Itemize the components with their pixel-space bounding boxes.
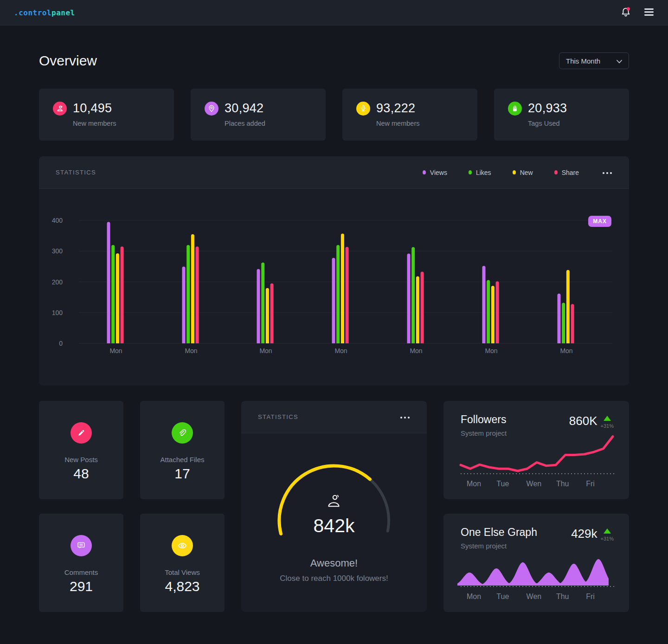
gauge-statistics-card: STATISTICS 842k Awesome! [241,401,427,612]
svg-text:Thu: Thu [556,592,569,600]
notifications-button[interactable] [620,6,632,19]
navbar: .controlpanel [0,0,668,26]
person-icon [53,102,67,116]
svg-text:400: 400 [52,217,63,224]
svg-text:Wen: Wen [527,592,542,600]
stat-card-tags-used: 20,933 Tags Used [494,89,629,141]
mini-card-total-views: Total Views 4,823 [140,514,225,612]
mini-card-label: Comments [64,568,98,576]
change-percent: +31% [601,536,614,541]
legend-dot [554,170,558,174]
svg-text:Mon: Mon [467,592,481,600]
gauge-message: Awesome! [241,557,427,569]
stat-value: 20,933 [528,101,567,116]
legend-item-new[interactable]: New [513,169,533,176]
gauge-card-header: STATISTICS [241,401,427,433]
stat-label: New members [376,120,477,127]
svg-text:Mon: Mon [259,347,272,354]
ellipsis-icon [602,169,612,176]
tag-icon [508,102,522,116]
svg-text:Wen: Wen [527,480,542,488]
mini-card-comments: Comments 291 [39,514,123,612]
followers-value: 860K +31% [569,414,614,429]
ellipsis-icon [400,413,410,420]
svg-text:Mon: Mon [109,347,122,354]
one-else-value: 429k +31% [571,527,614,541]
legend-item-likes[interactable]: Likes [469,169,491,176]
paperclip-icon [172,422,193,444]
triangle-up-icon [604,414,611,423]
statistics-card-header: STATISTICS Views Likes New Share [39,156,629,189]
card-title: One Else Graph [461,526,537,539]
comment-icon [71,535,92,556]
card-subtitle: System project [461,429,507,437]
stat-value: 10,495 [73,101,112,116]
svg-text:Mon: Mon [560,347,572,354]
legend-dot [423,170,426,174]
svg-text:Mon: Mon [485,347,497,354]
stat-value: 30,942 [225,101,263,116]
eye-icon [172,535,193,556]
gauge-submessage: Close to reach 1000k folowers! [241,574,427,583]
card-title: STATISTICS [56,169,96,176]
mini-cards-column-1: New Posts 48 Comments 291 [39,401,123,612]
stat-label: Places added [225,120,326,127]
bell-icon [620,6,632,19]
stat-card-places-added: 30,942 Places added [191,89,326,141]
mini-card-label: New Posts [64,456,98,464]
person-icon [241,494,427,510]
svg-text:Fri: Fri [586,480,595,488]
location-pin-icon [205,102,218,116]
legend-dot [469,170,472,174]
stat-value: 93,222 [376,101,415,116]
followers-card: Followers System project 860K +31% MonTu… [443,401,629,499]
card-title: STATISTICS [258,413,298,420]
svg-text:Tue: Tue [496,480,509,488]
bottom-grid: New Posts 48 Comments 291 [39,401,629,644]
page-head: Overview This Month [39,52,629,69]
mini-card-attached-files: Attached Files 17 [140,401,225,499]
max-badge: MAX [588,216,611,227]
svg-text:Thu: Thu [556,480,569,488]
svg-text:100: 100 [52,309,63,316]
period-dropdown-value: This Month [566,57,600,65]
svg-text:Mon: Mon [334,347,347,354]
period-dropdown[interactable]: This Month [559,52,629,69]
stat-cards-row: 10,495 New members 30,942 Places added [39,89,629,141]
mini-card-value: 48 [73,466,89,482]
spark-cards-column: Followers System project 860K +31% MonTu… [443,401,629,612]
svg-text:Fri: Fri [586,592,595,600]
legend-dot [513,170,516,174]
svg-text:200: 200 [52,278,63,286]
mini-card-value: 17 [174,466,190,482]
mini-card-value: 291 [70,579,93,594]
svg-text:Mon: Mon [467,480,481,488]
hamburger-menu-button[interactable] [644,8,654,18]
svg-text:0: 0 [59,340,63,347]
pencil-icon [71,422,92,444]
mini-card-new-posts: New Posts 48 [39,401,123,499]
svg-text:Mon: Mon [185,347,197,354]
mini-cards-column-2: Attached Files 17 Total Views 4,823 [140,401,225,612]
legend-item-views[interactable]: Views [423,169,447,176]
card-subtitle: System project [461,542,507,550]
page-title: Overview [39,53,97,69]
stat-card-new-members-2: 93,222 New members [342,89,477,141]
card-menu-button[interactable] [400,413,410,420]
svg-text:300: 300 [52,247,63,255]
logo-suffix: panel [51,8,75,17]
stat-label: New members [73,120,174,127]
one-else-graph-card: One Else Graph System project 429k +31% … [443,514,629,612]
svg-text:Mon: Mon [410,347,422,354]
card-menu-button[interactable] [602,169,612,176]
main-content: Overview This Month 10,495 [0,52,668,644]
stat-card-new-members: 10,495 New members [39,89,174,141]
mini-card-label: Attached Files [160,456,204,464]
bar-chart-plot: 0100200300400MonMonMonMonMonMonMon MAX [39,189,629,386]
card-title: Followers [461,413,506,426]
svg-text:Tue: Tue [496,592,509,600]
legend-item-share[interactable]: Share [554,169,579,176]
statistics-chart-card: STATISTICS Views Likes New Share [39,156,629,386]
app-logo[interactable]: .controlpanel [14,8,75,17]
chevron-down-icon [617,57,622,65]
